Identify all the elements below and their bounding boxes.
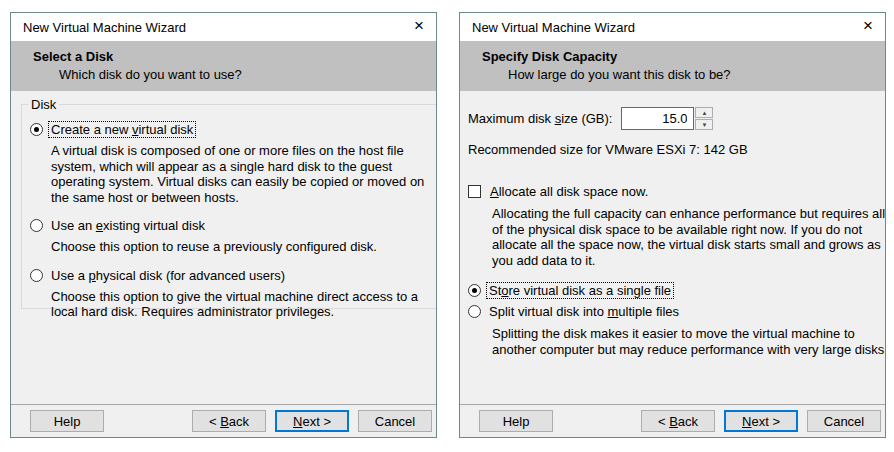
radio-button-icon[interactable] xyxy=(30,123,43,136)
max-disk-size-spinbox: ▲ ▼ xyxy=(621,107,713,130)
option-use-existing-virtual-disk[interactable]: Use an existing virtual disk xyxy=(30,218,435,233)
dialog-button-bar: Help < Back Next > Cancel xyxy=(11,404,436,437)
max-disk-size-input[interactable] xyxy=(621,107,694,130)
wizard-dialog-select-disk: New Virtual Machine Wizard × Select a Di… xyxy=(10,12,437,438)
option-description: A virtual disk is composed of one or mor… xyxy=(51,143,435,205)
option-description: Splitting the disk makes it easier to mo… xyxy=(492,326,885,357)
max-disk-size-label: Maximum disk size (GB): xyxy=(468,111,612,126)
disk-group-box: Disk Create a new virtual disk A virtual… xyxy=(21,97,436,309)
back-button[interactable]: < Back xyxy=(192,410,266,432)
spin-up-icon[interactable]: ▲ xyxy=(695,107,713,118)
wizard-step-header: Select a Disk Which disk do you want to … xyxy=(11,41,436,91)
radio-label-store-single-file[interactable]: Store virtual disk as a single file xyxy=(487,283,673,298)
window-title: New Virtual Machine Wizard xyxy=(23,20,186,35)
close-icon[interactable]: × xyxy=(408,16,430,38)
spinner-buttons: ▲ ▼ xyxy=(695,107,713,130)
checkbox-label-allocate-all-space[interactable]: Allocate all disk space now. xyxy=(488,184,650,199)
step-title: Select a Disk xyxy=(33,49,436,64)
radio-button-icon[interactable] xyxy=(468,284,481,297)
spin-down-icon[interactable]: ▼ xyxy=(695,119,713,130)
radio-button-icon[interactable] xyxy=(468,305,481,318)
dialog-button-bar: Help < Back Next > Cancel xyxy=(460,404,885,437)
cancel-button[interactable]: Cancel xyxy=(807,410,881,432)
option-store-single-file[interactable]: Store virtual disk as a single file xyxy=(468,283,877,298)
option-description: Choose this option to give the virtual m… xyxy=(51,289,435,320)
store-options-group: Store virtual disk as a single file Spli… xyxy=(468,283,877,357)
step-title: Specify Disk Capacity xyxy=(482,49,885,64)
allocate-all-space-option[interactable]: Allocate all disk space now. xyxy=(468,184,877,199)
dialog-content: Maximum disk size (GB): ▲ ▼ Recommended … xyxy=(460,91,885,404)
option-split-multiple-files[interactable]: Split virtual disk into multiple files xyxy=(468,304,877,319)
help-button[interactable]: Help xyxy=(30,410,104,432)
step-subtitle: Which disk do you want to use? xyxy=(59,67,436,82)
option-description: Allocating the full capacity can enhance… xyxy=(492,206,885,268)
option-create-new-virtual-disk[interactable]: Create a new virtual disk xyxy=(30,122,435,137)
disk-group-label: Disk xyxy=(28,97,59,112)
help-button[interactable]: Help xyxy=(479,410,553,432)
next-button[interactable]: Next > xyxy=(275,410,349,432)
title-bar[interactable]: New Virtual Machine Wizard × xyxy=(11,13,436,41)
wizard-dialog-specify-disk-capacity: New Virtual Machine Wizard × Specify Dis… xyxy=(459,12,886,438)
checkbox-icon[interactable] xyxy=(468,185,481,198)
radio-label-create-new-virtual-disk[interactable]: Create a new virtual disk xyxy=(49,122,195,137)
option-description: Choose this option to reuse a previously… xyxy=(51,239,435,255)
option-use-physical-disk[interactable]: Use a physical disk (for advanced users) xyxy=(30,268,435,283)
recommended-size-text: Recommended size for VMware ESXi 7: 142 … xyxy=(468,142,877,157)
dialog-content: Disk Create a new virtual disk A virtual… xyxy=(11,91,436,404)
radio-button-icon[interactable] xyxy=(30,219,43,232)
next-button[interactable]: Next > xyxy=(724,410,798,432)
max-disk-size-row: Maximum disk size (GB): ▲ ▼ xyxy=(468,107,877,130)
close-icon[interactable]: × xyxy=(857,16,879,38)
desktop-background: New Virtual Machine Wizard × Select a Di… xyxy=(0,0,894,452)
title-bar[interactable]: New Virtual Machine Wizard × xyxy=(460,13,885,41)
radio-label-use-physical-disk[interactable]: Use a physical disk (for advanced users) xyxy=(49,268,287,283)
step-subtitle: How large do you want this disk to be? xyxy=(508,67,885,82)
wizard-step-header: Specify Disk Capacity How large do you w… xyxy=(460,41,885,91)
radio-label-split-multiple-files[interactable]: Split virtual disk into multiple files xyxy=(487,304,681,319)
window-title: New Virtual Machine Wizard xyxy=(472,20,635,35)
cancel-button[interactable]: Cancel xyxy=(358,410,432,432)
back-button[interactable]: < Back xyxy=(641,410,715,432)
radio-label-use-existing-virtual-disk[interactable]: Use an existing virtual disk xyxy=(49,218,207,233)
radio-button-icon[interactable] xyxy=(30,269,43,282)
